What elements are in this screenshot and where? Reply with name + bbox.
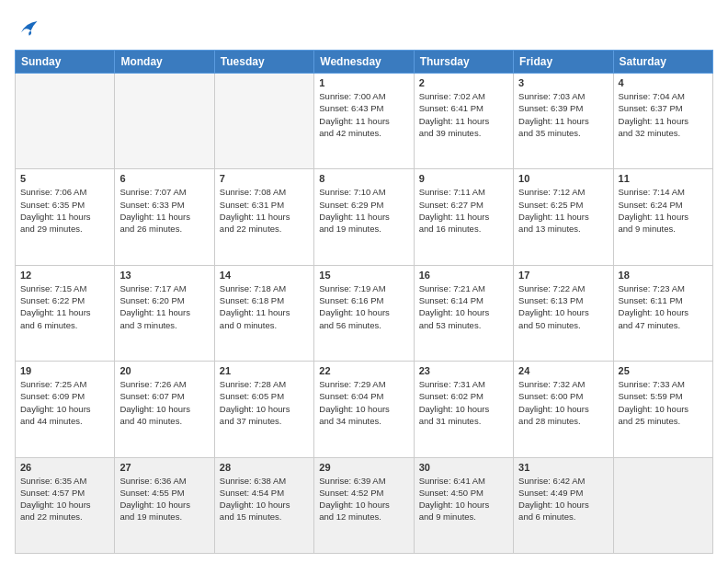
calendar-cell: 18Sunrise: 7:23 AM Sunset: 6:11 PM Dayli… [613, 265, 712, 361]
calendar-table: SundayMondayTuesdayWednesdayThursdayFrid… [15, 50, 713, 554]
calendar-cell: 9Sunrise: 7:11 AM Sunset: 6:27 PM Daylig… [414, 169, 513, 265]
calendar-cell [613, 457, 712, 553]
calendar-week-row: 12Sunrise: 7:15 AM Sunset: 6:22 PM Dayli… [16, 265, 713, 361]
calendar-cell: 19Sunrise: 7:25 AM Sunset: 6:09 PM Dayli… [16, 362, 115, 457]
calendar-cell: 22Sunrise: 7:29 AM Sunset: 6:04 PM Dayli… [314, 362, 414, 457]
day-number: 30 [419, 462, 508, 473]
calendar-cell: 23Sunrise: 7:31 AM Sunset: 6:02 PM Dayli… [414, 362, 513, 457]
day-number: 12 [20, 270, 109, 281]
calendar-week-row: 5Sunrise: 7:06 AM Sunset: 6:35 PM Daylig… [16, 169, 713, 265]
day-number: 13 [119, 270, 209, 281]
day-number: 20 [119, 365, 209, 376]
day-info: Sunrise: 6:41 AM Sunset: 4:50 PM Dayligh… [419, 475, 508, 523]
day-info: Sunrise: 7:11 AM Sunset: 6:27 PM Dayligh… [419, 186, 508, 235]
calendar-week-row: 1Sunrise: 7:00 AM Sunset: 6:43 PM Daylig… [16, 74, 713, 169]
day-number: 22 [319, 365, 408, 376]
day-info: Sunrise: 7:18 AM Sunset: 6:18 PM Dayligh… [220, 282, 309, 331]
day-number: 24 [518, 365, 608, 376]
day-number: 3 [518, 77, 608, 88]
day-info: Sunrise: 7:17 AM Sunset: 6:20 PM Dayligh… [119, 282, 209, 331]
day-info: Sunrise: 7:26 AM Sunset: 6:07 PM Dayligh… [119, 378, 209, 427]
weekday-header: Sunday [16, 51, 115, 74]
day-info: Sunrise: 7:14 AM Sunset: 6:24 PM Dayligh… [619, 186, 708, 235]
page: SundayMondayTuesdayWednesdayThursdayFrid… [0, 0, 728, 563]
day-info: Sunrise: 7:12 AM Sunset: 6:25 PM Dayligh… [518, 186, 608, 235]
calendar-cell: 7Sunrise: 7:08 AM Sunset: 6:31 PM Daylig… [214, 169, 313, 265]
logo-bird-icon [15, 15, 40, 40]
calendar-cell: 13Sunrise: 7:17 AM Sunset: 6:20 PM Dayli… [115, 265, 214, 361]
calendar-cell: 20Sunrise: 7:26 AM Sunset: 6:07 PM Dayli… [115, 362, 214, 457]
calendar-cell: 25Sunrise: 7:33 AM Sunset: 5:59 PM Dayli… [613, 362, 712, 457]
weekday-header: Friday [514, 51, 613, 74]
calendar-cell: 12Sunrise: 7:15 AM Sunset: 6:22 PM Dayli… [16, 265, 115, 361]
calendar-cell: 24Sunrise: 7:32 AM Sunset: 6:00 PM Dayli… [514, 362, 613, 457]
day-number: 8 [319, 173, 408, 184]
calendar-body: 1Sunrise: 7:00 AM Sunset: 6:43 PM Daylig… [16, 74, 713, 554]
calendar-cell: 27Sunrise: 6:36 AM Sunset: 4:55 PM Dayli… [115, 457, 214, 553]
day-number: 14 [220, 270, 309, 281]
day-number: 29 [319, 462, 408, 473]
day-number: 19 [20, 365, 109, 376]
weekday-header: Wednesday [314, 51, 414, 74]
day-number: 9 [419, 173, 508, 184]
day-info: Sunrise: 7:22 AM Sunset: 6:13 PM Dayligh… [518, 282, 608, 331]
day-info: Sunrise: 6:36 AM Sunset: 4:55 PM Dayligh… [119, 475, 209, 523]
day-number: 26 [20, 462, 109, 473]
day-number: 21 [220, 365, 309, 376]
day-info: Sunrise: 7:06 AM Sunset: 6:35 PM Dayligh… [20, 186, 109, 235]
day-number: 2 [419, 77, 508, 88]
day-info: Sunrise: 7:10 AM Sunset: 6:29 PM Dayligh… [319, 186, 408, 235]
calendar-header: SundayMondayTuesdayWednesdayThursdayFrid… [16, 51, 713, 74]
day-info: Sunrise: 7:00 AM Sunset: 6:43 PM Dayligh… [319, 90, 408, 139]
day-number: 4 [619, 77, 708, 88]
day-number: 18 [619, 270, 708, 281]
day-number: 23 [419, 365, 508, 376]
calendar-cell: 16Sunrise: 7:21 AM Sunset: 6:14 PM Dayli… [414, 265, 513, 361]
day-number: 16 [419, 270, 508, 281]
calendar-cell: 10Sunrise: 7:12 AM Sunset: 6:25 PM Dayli… [514, 169, 613, 265]
day-info: Sunrise: 7:03 AM Sunset: 6:39 PM Dayligh… [518, 90, 608, 139]
calendar-cell: 29Sunrise: 6:39 AM Sunset: 4:52 PM Dayli… [314, 457, 414, 553]
day-number: 31 [518, 462, 608, 473]
calendar-cell: 5Sunrise: 7:06 AM Sunset: 6:35 PM Daylig… [16, 169, 115, 265]
calendar-cell: 15Sunrise: 7:19 AM Sunset: 6:16 PM Dayli… [314, 265, 414, 361]
day-info: Sunrise: 7:19 AM Sunset: 6:16 PM Dayligh… [319, 282, 408, 331]
day-info: Sunrise: 6:35 AM Sunset: 4:57 PM Dayligh… [20, 475, 109, 523]
calendar-cell [16, 74, 115, 169]
day-number: 27 [119, 462, 209, 473]
weekday-header: Thursday [414, 51, 513, 74]
calendar-cell: 28Sunrise: 6:38 AM Sunset: 4:54 PM Dayli… [214, 457, 313, 553]
day-info: Sunrise: 7:08 AM Sunset: 6:31 PM Dayligh… [220, 186, 309, 235]
day-number: 11 [619, 173, 708, 184]
day-info: Sunrise: 6:42 AM Sunset: 4:49 PM Dayligh… [518, 475, 608, 523]
calendar-cell: 17Sunrise: 7:22 AM Sunset: 6:13 PM Dayli… [514, 265, 613, 361]
calendar-cell: 11Sunrise: 7:14 AM Sunset: 6:24 PM Dayli… [613, 169, 712, 265]
weekday-header: Saturday [613, 51, 712, 74]
day-number: 28 [220, 462, 309, 473]
header [15, 15, 713, 40]
day-number: 1 [319, 77, 408, 88]
weekday-row: SundayMondayTuesdayWednesdayThursdayFrid… [16, 51, 713, 74]
day-number: 25 [619, 365, 708, 376]
day-info: Sunrise: 6:38 AM Sunset: 4:54 PM Dayligh… [220, 475, 309, 523]
calendar-cell [214, 74, 313, 169]
calendar-cell: 31Sunrise: 6:42 AM Sunset: 4:49 PM Dayli… [514, 457, 613, 553]
calendar-cell: 4Sunrise: 7:04 AM Sunset: 6:37 PM Daylig… [613, 74, 712, 169]
day-info: Sunrise: 7:33 AM Sunset: 5:59 PM Dayligh… [619, 378, 708, 427]
calendar-cell: 8Sunrise: 7:10 AM Sunset: 6:29 PM Daylig… [314, 169, 414, 265]
day-info: Sunrise: 7:25 AM Sunset: 6:09 PM Dayligh… [20, 378, 109, 427]
day-info: Sunrise: 7:28 AM Sunset: 6:05 PM Dayligh… [220, 378, 309, 427]
calendar-cell: 30Sunrise: 6:41 AM Sunset: 4:50 PM Dayli… [414, 457, 513, 553]
day-info: Sunrise: 7:21 AM Sunset: 6:14 PM Dayligh… [419, 282, 508, 331]
day-number: 10 [518, 173, 608, 184]
day-info: Sunrise: 7:23 AM Sunset: 6:11 PM Dayligh… [619, 282, 708, 331]
calendar-cell: 2Sunrise: 7:02 AM Sunset: 6:41 PM Daylig… [414, 74, 513, 169]
day-number: 6 [119, 173, 209, 184]
calendar-cell: 14Sunrise: 7:18 AM Sunset: 6:18 PM Dayli… [214, 265, 313, 361]
calendar-cell [115, 74, 214, 169]
calendar-cell: 6Sunrise: 7:07 AM Sunset: 6:33 PM Daylig… [115, 169, 214, 265]
calendar-cell: 26Sunrise: 6:35 AM Sunset: 4:57 PM Dayli… [16, 457, 115, 553]
weekday-header: Monday [115, 51, 214, 74]
day-number: 17 [518, 270, 608, 281]
day-number: 5 [20, 173, 109, 184]
